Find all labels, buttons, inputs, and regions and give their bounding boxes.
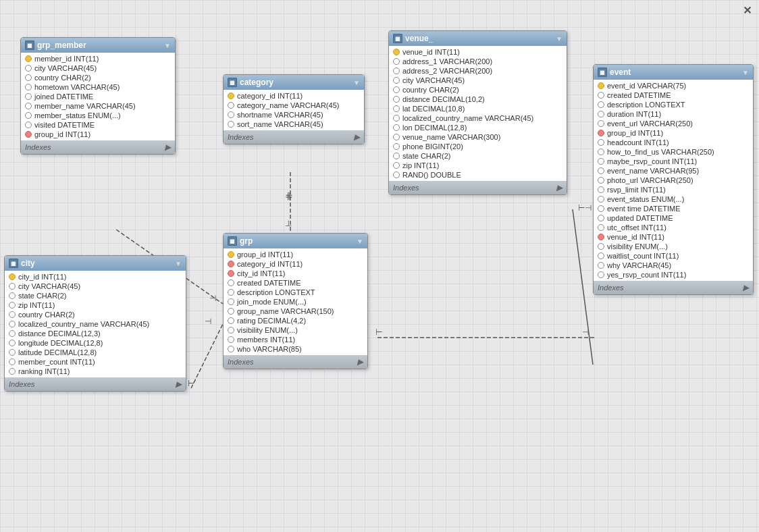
table-city-footer[interactable]: Indexes ▶ [5, 377, 186, 391]
regular-icon [393, 143, 400, 150]
svg-text:⊢: ⊢ [375, 327, 382, 337]
table-event-footer[interactable]: Indexes ▶ [594, 281, 753, 294]
field-event-photo-url: photo_url VARCHAR(250) [594, 176, 753, 185]
field-event-how-to-find: how_to_find_us VARCHAR(250) [594, 147, 753, 157]
svg-text:⊢: ⊢ [188, 379, 194, 388]
table-grp-footer[interactable]: Indexes ▶ [224, 355, 367, 369]
svg-line-5 [191, 324, 223, 388]
svg-text:⋕: ⋕ [285, 190, 293, 201]
diagram-canvas: ✕ ⊣ ⋕ ⊥ ⊣ ⊢ ⊣ ⊢ ⊢⊣ ▦ grp_member ▼ [0, 0, 759, 532]
regular-icon [25, 65, 32, 72]
table-category-footer[interactable]: Indexes ▶ [224, 130, 364, 144]
footer-arrow: ▶ [743, 283, 749, 292]
footer-arrow: ▶ [354, 132, 360, 142]
field-city-id: city_id INT(11) [5, 272, 186, 282]
table-event-title: event [610, 68, 631, 77]
fk-icon [598, 234, 604, 240]
table-venue: ▦ venue_ ▼ venue_id INT(11) address_1 VA… [388, 30, 567, 195]
field-city-localized: localized_country_name VARCHAR(45) [5, 319, 186, 329]
regular-icon [393, 115, 400, 122]
regular-icon [228, 308, 234, 315]
table-grp-header: ▦ grp ▼ [224, 234, 367, 248]
field-venue-phone: phone BIGINT(20) [389, 142, 567, 151]
indexes-label: Indexes [598, 284, 624, 292]
table-city-icon: ▦ [9, 259, 18, 268]
regular-icon [598, 92, 604, 99]
field-country: country CHAR(2) [21, 73, 175, 82]
table-grp-member-chevron[interactable]: ▼ [164, 42, 171, 49]
indexes-label: Indexes [9, 380, 35, 388]
table-grp-chevron[interactable]: ▼ [357, 238, 363, 245]
field-city-state: state CHAR(2) [5, 291, 186, 300]
footer-arrow: ▶ [165, 142, 171, 152]
regular-icon [228, 289, 234, 296]
table-venue-footer[interactable]: Indexes ▶ [389, 181, 567, 194]
regular-icon [9, 340, 16, 346]
regular-icon [598, 262, 604, 269]
field-grp-created: created DATETIME [224, 278, 367, 288]
field-event-maybe-rsvp: maybe_rsvp_count INT(11) [594, 157, 753, 166]
regular-icon [598, 101, 604, 108]
table-grp-icon: ▦ [228, 236, 237, 246]
table-grp-member-body: member_id INT(11) city VARCHAR(45) count… [21, 53, 175, 140]
regular-icon [228, 102, 234, 109]
regular-icon [228, 336, 234, 343]
table-venue-title: venue_ [405, 34, 433, 43]
regular-icon [25, 93, 32, 100]
field-city-ranking: ranking INT(11) [5, 367, 186, 376]
field-member-id: member_id INT(11) [21, 54, 175, 63]
regular-icon [9, 330, 16, 337]
table-category-chevron[interactable]: ▼ [353, 79, 360, 86]
field-venue-localized: localized_country_name VARCHAR(45) [389, 113, 567, 123]
key-icon [25, 55, 32, 62]
field-venue-id: venue_id INT(11) [389, 47, 567, 57]
field-city-name: city VARCHAR(45) [5, 282, 186, 291]
table-venue-body: venue_id INT(11) address_1 VARCHAR(200) … [389, 46, 567, 181]
field-visited: visited DATETIME [21, 120, 175, 130]
regular-icon [598, 167, 604, 174]
regular-icon [598, 149, 604, 155]
regular-icon [393, 153, 400, 159]
regular-icon [393, 68, 400, 74]
regular-icon [25, 84, 32, 90]
table-event-chevron[interactable]: ▼ [742, 69, 749, 76]
field-grp-rating: rating DECIMAL(4,2) [224, 316, 367, 325]
regular-icon [598, 177, 604, 184]
field-grp-join-mode: join_mode ENUM(...) [224, 297, 367, 307]
regular-icon [393, 134, 400, 140]
table-grp-title: grp [240, 236, 253, 246]
field-sort-name: sort_name VARCHAR(45) [224, 119, 364, 129]
field-venue-city: city VARCHAR(45) [389, 76, 567, 85]
regular-icon [25, 74, 32, 81]
key-icon [228, 251, 234, 258]
close-button[interactable]: ✕ [740, 3, 754, 17]
field-city-latitude: latitude DECIMAL(12,8) [5, 348, 186, 357]
regular-icon [393, 171, 400, 178]
table-grp-member-icon: ▦ [25, 41, 34, 50]
table-category: ▦ category ▼ category_id INT(11) categor… [223, 74, 365, 144]
key-icon [228, 92, 234, 99]
field-event-venue-id: venue_id INT(11) [594, 232, 753, 242]
fk-icon [228, 261, 234, 267]
table-venue-icon: ▦ [393, 34, 402, 43]
key-icon [393, 49, 400, 55]
svg-text:⊣: ⊣ [209, 294, 216, 303]
field-city-zip: zip INT(11) [5, 300, 186, 310]
table-city-header: ▦ city ▼ [5, 256, 186, 271]
table-event-header: ▦ event ▼ [594, 65, 753, 80]
regular-icon [228, 298, 234, 305]
fk-icon [598, 130, 604, 136]
field-address1: address_1 VARCHAR(200) [389, 57, 567, 66]
table-city-chevron[interactable]: ▼ [175, 260, 182, 267]
regular-icon [598, 243, 604, 250]
table-grp-member: ▦ grp_member ▼ member_id INT(11) city VA… [20, 37, 176, 155]
table-city-body: city_id INT(11) city VARCHAR(45) state C… [5, 271, 186, 377]
field-event-rsvp-limit: rsvp_limit INT(11) [594, 185, 753, 194]
table-grp-member-footer[interactable]: Indexes ▶ [21, 140, 175, 154]
regular-icon [393, 86, 400, 93]
field-event-status: event_status ENUM(...) [594, 194, 753, 204]
table-city: ▦ city ▼ city_id INT(11) city VARCHAR(45… [4, 255, 186, 392]
field-member-status: member_status ENUM(...) [21, 111, 175, 120]
table-venue-chevron[interactable]: ▼ [556, 35, 562, 43]
field-category-id: category_id INT(11) [224, 91, 364, 101]
